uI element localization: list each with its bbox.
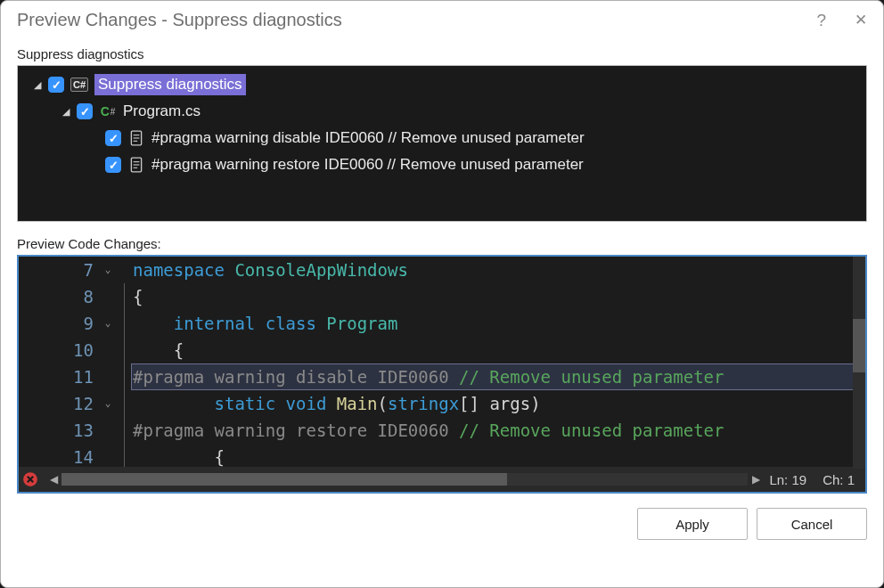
tree-section-label: Suppress diagnostics	[1, 39, 883, 65]
fold-chevron-icon[interactable]: ⌄	[97, 390, 119, 417]
document-icon	[127, 156, 146, 174]
preview-changes-dialog: Preview Changes - Suppress diagnostics ?…	[0, 0, 884, 588]
scroll-left-arrow[interactable]: ◀	[45, 473, 61, 486]
preview-section-label: Preview Code Changes:	[1, 225, 883, 255]
window-title: Preview Changes - Suppress diagnostics	[17, 10, 342, 30]
checkbox[interactable]	[77, 103, 93, 119]
fold-chevron-icon[interactable]: ⌄	[97, 310, 119, 337]
tree-file-label: Program.cs	[123, 102, 201, 120]
checkbox[interactable]	[105, 157, 121, 173]
code-preview: 7891011121314 ⌄⌄⌄ namespace ConsoleAppWi…	[17, 255, 867, 494]
tree-root-row[interactable]: ◢ C# Suppress diagnostics	[18, 71, 866, 98]
scroll-right-arrow[interactable]: ▶	[748, 473, 764, 486]
expander-icon[interactable]: ◢	[59, 106, 73, 118]
tree-change-row[interactable]: #pragma warning disable IDE0060 // Remov…	[18, 125, 866, 151]
tree-change-label: #pragma warning disable IDE0060 // Remov…	[151, 129, 585, 147]
vertical-scrollbar-track[interactable]	[853, 257, 865, 467]
vertical-scrollbar-thumb[interactable]	[853, 319, 865, 372]
status-col: Ch: 1	[823, 472, 855, 487]
changes-tree: ◢ C# Suppress diagnostics ◢ C# Program.c…	[17, 65, 867, 222]
help-icon[interactable]: ?	[816, 11, 826, 30]
rule-column	[119, 257, 131, 467]
expander-icon[interactable]: ◢	[30, 79, 45, 91]
csharp-file-icon: C#	[98, 102, 118, 120]
fold-chevron-icon[interactable]: ⌄	[97, 257, 119, 283]
horizontal-scrollbar-thumb[interactable]	[61, 473, 507, 486]
title-bar: Preview Changes - Suppress diagnostics ?…	[1, 1, 883, 39]
fold-column: ⌄⌄⌄	[97, 257, 119, 467]
tree-change-row[interactable]: #pragma warning restore IDE0060 // Remov…	[18, 151, 866, 178]
checkbox[interactable]	[48, 77, 64, 93]
tree-file-row[interactable]: ◢ C# Program.cs	[18, 98, 866, 125]
checkbox[interactable]	[105, 130, 121, 146]
document-icon	[127, 129, 146, 147]
apply-button[interactable]: Apply	[637, 508, 748, 540]
status-line: Ln: 19	[769, 472, 806, 487]
tree-change-label: #pragma warning restore IDE0060 // Remov…	[151, 156, 584, 174]
line-number-gutter: 7891011121314	[19, 257, 97, 467]
dialog-button-row: Apply Cancel	[1, 497, 883, 552]
csharp-project-icon: C#	[70, 76, 89, 94]
close-icon[interactable]: ✕	[855, 11, 867, 29]
horizontal-scrollbar[interactable]: ◀ ▶	[45, 473, 764, 486]
editor-status-bar: ◀ ▶ Ln: 19 Ch: 1	[19, 467, 865, 492]
code-area[interactable]: 7891011121314 ⌄⌄⌄ namespace ConsoleAppWi…	[19, 257, 865, 467]
tree-root-label: Suppress diagnostics	[94, 74, 246, 95]
code-content[interactable]: namespace ConsoleAppWindows{ internal cl…	[131, 257, 865, 467]
cancel-button[interactable]: Cancel	[757, 508, 867, 540]
error-indicator-icon[interactable]	[20, 470, 40, 489]
horizontal-scrollbar-track[interactable]	[61, 473, 748, 486]
